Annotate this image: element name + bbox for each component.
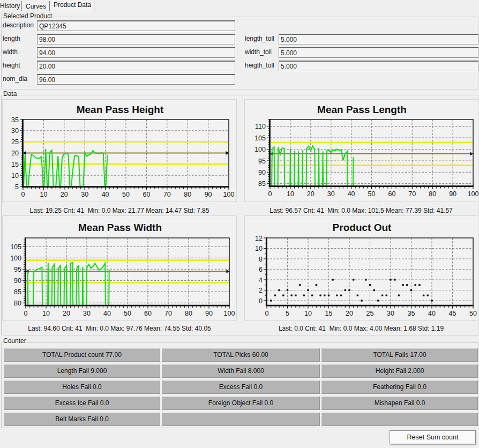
svg-text:2: 2 xyxy=(259,287,263,294)
svg-text:80: 80 xyxy=(429,190,436,198)
svg-text:30: 30 xyxy=(327,190,335,198)
svg-text:6: 6 xyxy=(259,266,263,273)
svg-text:70: 70 xyxy=(163,191,171,198)
svg-text:30: 30 xyxy=(81,191,88,198)
svg-text:35: 35 xyxy=(11,116,19,124)
svg-text:8: 8 xyxy=(259,256,263,263)
svg-text:Mean Pass Length: Mean Pass Length xyxy=(317,104,407,115)
svg-text:100: 100 xyxy=(223,191,235,198)
svg-text:50: 50 xyxy=(368,190,376,198)
svg-text:60: 60 xyxy=(143,191,150,198)
svg-text:10: 10 xyxy=(287,190,294,198)
svg-text:Mean Pass Height: Mean Pass Height xyxy=(77,104,164,115)
svg-text:80: 80 xyxy=(14,300,21,307)
svg-text:70: 70 xyxy=(164,310,172,317)
svg-text:100: 100 xyxy=(10,255,21,262)
svg-text:95: 95 xyxy=(14,266,21,273)
svg-text:0: 0 xyxy=(259,297,263,305)
svg-text:100: 100 xyxy=(255,146,266,153)
svg-text:20: 20 xyxy=(61,191,68,198)
svg-text:100: 100 xyxy=(224,310,235,317)
svg-text:30: 30 xyxy=(387,310,394,317)
svg-text:5: 5 xyxy=(286,310,289,317)
svg-text:25: 25 xyxy=(11,138,19,146)
svg-text:30: 30 xyxy=(83,310,91,317)
svg-text:20: 20 xyxy=(11,150,19,157)
svg-text:110: 110 xyxy=(255,123,266,130)
svg-text:60: 60 xyxy=(388,190,395,198)
svg-text:40: 40 xyxy=(103,310,111,317)
svg-text:85: 85 xyxy=(14,288,21,296)
svg-text:40: 40 xyxy=(102,191,109,198)
svg-text:90: 90 xyxy=(258,169,266,176)
svg-text:90: 90 xyxy=(449,190,456,198)
svg-text:10: 10 xyxy=(255,245,263,252)
svg-text:40: 40 xyxy=(428,310,436,317)
svg-text:40: 40 xyxy=(348,190,355,198)
svg-text:0: 0 xyxy=(268,190,272,198)
svg-text:105: 105 xyxy=(10,243,21,251)
svg-text:45: 45 xyxy=(449,310,456,317)
svg-text:20: 20 xyxy=(346,310,353,317)
svg-text:4: 4 xyxy=(259,277,263,284)
svg-text:100: 100 xyxy=(468,190,479,198)
svg-text:0: 0 xyxy=(21,191,25,198)
svg-text:Product Out: Product Out xyxy=(333,222,392,233)
svg-text:20: 20 xyxy=(63,310,70,317)
svg-text:0: 0 xyxy=(24,310,28,317)
svg-text:10: 10 xyxy=(42,310,50,317)
svg-text:35: 35 xyxy=(408,310,415,317)
svg-text:50: 50 xyxy=(124,310,131,317)
svg-text:50: 50 xyxy=(122,191,130,198)
svg-text:15: 15 xyxy=(11,161,19,168)
svg-text:70: 70 xyxy=(408,190,416,198)
svg-text:50: 50 xyxy=(469,310,477,317)
svg-text:90: 90 xyxy=(14,277,21,285)
svg-text:0: 0 xyxy=(265,310,269,317)
svg-text:10: 10 xyxy=(304,310,312,317)
svg-text:12: 12 xyxy=(255,235,263,242)
svg-text:30: 30 xyxy=(11,127,19,135)
svg-text:80: 80 xyxy=(185,310,192,317)
svg-text:5: 5 xyxy=(15,183,19,191)
svg-text:25: 25 xyxy=(366,310,374,317)
svg-text:15: 15 xyxy=(325,310,333,317)
svg-text:95: 95 xyxy=(258,158,266,165)
svg-text:10: 10 xyxy=(40,191,47,198)
svg-text:90: 90 xyxy=(205,310,213,317)
svg-text:Mean Pass Width: Mean Pass Width xyxy=(78,222,162,233)
svg-text:60: 60 xyxy=(144,310,152,317)
svg-text:105: 105 xyxy=(255,135,266,142)
svg-text:90: 90 xyxy=(205,191,212,198)
svg-text:10: 10 xyxy=(11,172,19,180)
svg-text:80: 80 xyxy=(184,191,191,198)
svg-text:20: 20 xyxy=(307,190,315,198)
svg-text:85: 85 xyxy=(258,180,266,188)
